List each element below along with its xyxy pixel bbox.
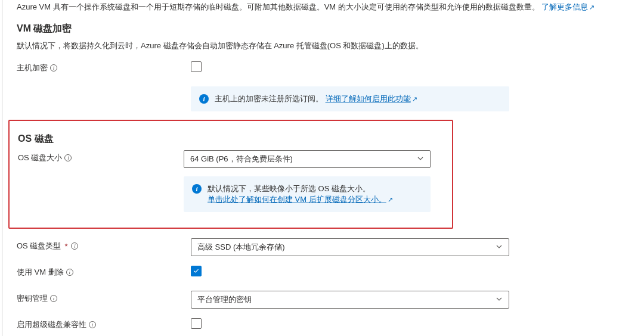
chevron-down-icon: [496, 295, 503, 304]
chevron-down-icon: [496, 243, 503, 252]
key-management-row: 密钥管理 i 平台管理的密钥: [17, 291, 630, 309]
info-icon[interactable]: i: [71, 242, 78, 250]
encryption-banner-link-label: 详细了解如何启用此功能: [326, 94, 411, 103]
external-link-icon: ↗: [589, 1, 595, 13]
host-encryption-label-text: 主机加密: [17, 63, 48, 73]
os-disk-highlight-box: OS 磁盘 OS 磁盘大小 i 64 GiB (P6，符合免费层条件) i 默认…: [8, 120, 453, 229]
info-banner-icon: i: [192, 184, 202, 194]
key-management-label-text: 密钥管理: [17, 293, 48, 304]
ultra-disk-checkbox[interactable]: [191, 318, 202, 329]
delete-with-vm-label-text: 使用 VM 删除: [17, 267, 64, 278]
ultra-disk-label: 启用超级磁盘兼容性 i: [17, 317, 191, 330]
ultra-disk-row: 启用超级磁盘兼容性 i: [17, 317, 630, 335]
os-disk-type-label-text: OS 磁盘类型: [17, 241, 61, 251]
info-banner-icon: i: [199, 94, 209, 104]
info-icon[interactable]: i: [50, 64, 57, 71]
intro-text: Azure VM 具有一个操作系统磁盘和一个用于短期存储的临时磁盘。可附加其他数…: [17, 2, 540, 11]
os-disk-type-select[interactable]: 高级 SSD (本地冗余存储): [191, 238, 509, 256]
delete-with-vm-checkbox[interactable]: [191, 266, 202, 276]
os-disk-section-title: OS 磁盘: [18, 133, 444, 145]
info-icon[interactable]: i: [50, 295, 57, 302]
os-disk-type-value: 高级 SSD (本地冗余存储): [197, 242, 285, 253]
host-encryption-checkbox[interactable]: [191, 61, 202, 72]
info-icon[interactable]: i: [64, 154, 72, 161]
os-disk-size-label-text: OS 磁盘大小: [18, 153, 62, 163]
required-asterisk: *: [64, 242, 67, 251]
learn-more-label: 了解更多信息: [541, 2, 588, 11]
intro-paragraph: Azure VM 具有一个操作系统磁盘和一个用于短期存储的临时磁盘。可附加其他数…: [17, 1, 630, 13]
encryption-banner-link[interactable]: 详细了解如何启用此功能↗: [326, 94, 417, 103]
info-icon[interactable]: i: [89, 321, 96, 328]
os-disk-type-row: OS 磁盘类型 * i 高级 SSD (本地冗余存储): [17, 238, 630, 256]
encryption-section-title: VM 磁盘加密: [17, 23, 630, 35]
chevron-down-icon: [417, 155, 424, 164]
os-disk-size-select[interactable]: 64 GiB (P6，符合免费层条件): [184, 150, 431, 168]
external-link-icon: ↗: [388, 194, 393, 205]
delete-with-vm-label: 使用 VM 删除 i: [17, 265, 191, 278]
external-link-icon: ↗: [412, 94, 417, 104]
encryption-banner-text: 主机上的加密未注册所选订阅。: [215, 94, 323, 103]
os-disk-size-banner: i 默认情况下，某些映像小于所选 OS 磁盘大小。 单击此处了解如何在创建 VM…: [184, 176, 431, 212]
host-encryption-label: 主机加密 i: [17, 60, 191, 73]
key-management-select[interactable]: 平台管理的密钥: [191, 291, 509, 309]
os-disk-type-label: OS 磁盘类型 * i: [17, 238, 191, 251]
os-disk-banner-line1: 默认情况下，某些映像小于所选 OS 磁盘大小。: [208, 183, 393, 194]
ultra-disk-label-text: 启用超级磁盘兼容性: [17, 319, 86, 330]
os-disk-banner-link-label: 单击此处了解如何在创建 VM 后扩展磁盘分区大小。: [208, 195, 386, 204]
encryption-section-desc: 默认情况下，将数据持久化到云时，Azure 磁盘存储会自动加密静态存储在 Azu…: [17, 40, 630, 52]
info-icon[interactable]: i: [66, 269, 73, 276]
os-disk-size-label: OS 磁盘大小 i: [18, 150, 184, 163]
key-management-value: 平台管理的密钥: [197, 294, 252, 305]
learn-more-link[interactable]: 了解更多信息↗: [541, 2, 595, 11]
os-disk-banner-link[interactable]: 单击此处了解如何在创建 VM 后扩展磁盘分区大小。↗: [208, 195, 393, 204]
os-disk-size-value: 64 GiB (P6，符合免费层条件): [190, 154, 293, 164]
delete-with-vm-row: 使用 VM 删除 i: [17, 265, 630, 282]
encryption-info-banner: i 主机上的加密未注册所选订阅。 详细了解如何启用此功能↗: [191, 86, 509, 111]
host-encryption-row: 主机加密 i: [17, 60, 630, 78]
os-disk-size-row: OS 磁盘大小 i 64 GiB (P6，符合免费层条件): [18, 150, 444, 168]
key-management-label: 密钥管理 i: [17, 291, 191, 304]
